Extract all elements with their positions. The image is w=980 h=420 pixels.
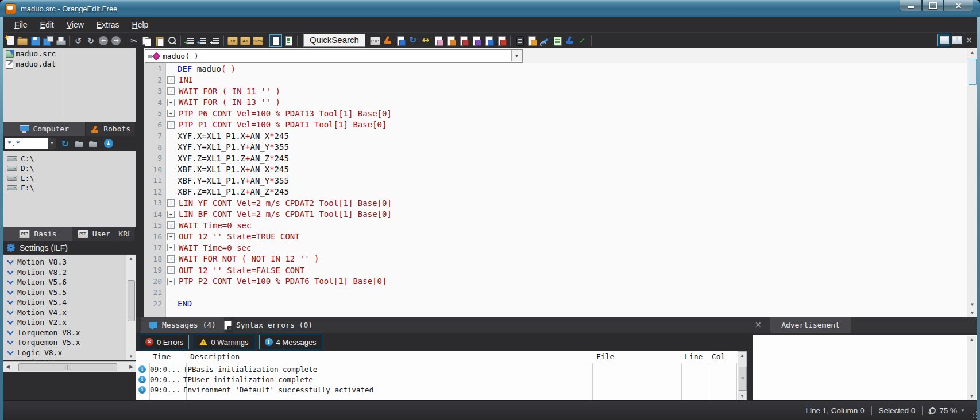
ilf-item[interactable]: Motion V8.2	[3, 267, 136, 278]
copy-icon[interactable]	[141, 35, 152, 46]
warnings-filter-button[interactable]: 0 Warnings	[194, 335, 254, 349]
insert-st-icon[interactable]	[470, 35, 482, 46]
tab-basis[interactable]: PTPBasis	[3, 227, 72, 241]
menu-help[interactable]: Help	[126, 18, 155, 31]
file-filter-combobox[interactable]: *.* ▼	[5, 138, 56, 149]
indent-icon[interactable]	[196, 35, 208, 46]
fold-marker-icon[interactable]: +	[167, 76, 175, 84]
ilf-item[interactable]: Motion V8.3	[3, 257, 136, 267]
fold-marker-icon[interactable]: +	[167, 266, 175, 274]
file-item[interactable]: maduo.src	[3, 48, 136, 59]
messages-scrollbar[interactable]: ▲ ≡ ▼	[738, 351, 747, 400]
insert-robot-pos-icon[interactable]	[382, 35, 393, 46]
fold-marker-icon[interactable]: +	[167, 278, 175, 285]
menu-view[interactable]: View	[60, 18, 90, 31]
insert-move-icon[interactable]	[445, 35, 457, 46]
drive-item[interactable]: E:\	[3, 173, 136, 183]
folder-up-icon[interactable]	[88, 138, 99, 149]
paste-icon[interactable]	[153, 35, 165, 46]
tab-robots[interactable]: Robots	[86, 122, 136, 136]
quicksearch-box[interactable]: QuickSearch	[303, 34, 365, 47]
drive-item[interactable]: F:\	[3, 183, 136, 193]
insert-edit-icon[interactable]	[496, 35, 507, 46]
ilf-item[interactable]: Torquemon V5.x	[3, 337, 136, 348]
errors-filter-button[interactable]: ✕ 0 Errors	[140, 335, 189, 349]
zoom-control[interactable]: 75 % ▼	[929, 406, 965, 415]
fold-marker-icon[interactable]: +	[167, 99, 175, 106]
fold-1x-icon[interactable]: 1x	[227, 35, 238, 46]
insert-ptp-icon[interactable]: PTP	[369, 35, 381, 46]
ilf-item[interactable]: Motion V2.x	[3, 317, 136, 328]
editor-scrollbar[interactable]: ▲ ▼ ▼	[967, 48, 977, 317]
ilf-item[interactable]: Motion V5.4	[3, 297, 136, 308]
code-editor[interactable]: 1DEF maduo( )2+INI3+WAIT FOR ( IN 11 '' …	[144, 63, 967, 317]
tab-messages[interactable]: Messages (4)	[141, 317, 224, 333]
save-all-icon[interactable]	[42, 35, 53, 46]
fold-marker-icon[interactable]: +	[167, 199, 175, 207]
tab-computer[interactable]: Computer	[3, 122, 86, 136]
save-icon[interactable]	[29, 35, 41, 46]
table-row[interactable]: i09:0...TPUser initialization complete	[136, 374, 747, 384]
insert-dat-icon[interactable]	[395, 35, 406, 46]
ilf-item[interactable]: Motion V4.x	[3, 308, 136, 318]
single-view-icon[interactable]	[270, 35, 281, 46]
syntax-check-icon[interactable]	[209, 35, 221, 46]
new-file-icon[interactable]	[4, 35, 16, 46]
download-icon[interactable]: ↓	[104, 139, 113, 148]
notepad-icon[interactable]	[551, 35, 563, 46]
sync-icon[interactable]: ↻	[407, 35, 419, 46]
ilf-item[interactable]: Logic V8.x	[3, 348, 136, 358]
doc-lines-icon[interactable]	[283, 35, 294, 46]
ilf-scrollbar[interactable]: ▲ ▼	[126, 255, 136, 360]
calculator-icon[interactable]	[514, 35, 525, 46]
fold-marker-icon[interactable]: +	[167, 87, 175, 95]
new-folder-icon[interactable]	[74, 138, 85, 149]
close-button[interactable]: ✕	[944, 0, 973, 11]
wizard-icon[interactable]	[526, 35, 538, 46]
table-row[interactable]: i09:0...Environment 'Default' successful…	[136, 384, 747, 395]
ilf-item[interactable]: Torquemon V8.x	[3, 328, 136, 338]
tools-icon[interactable]	[539, 35, 550, 46]
fold-marker-icon[interactable]: +	[167, 121, 175, 129]
table-row[interactable]: i09:0...TPBasis initialization complete	[136, 364, 747, 374]
exchange-icon[interactable]: ↔	[420, 35, 431, 46]
single-pane-icon[interactable]	[938, 34, 950, 46]
search-icon[interactable]	[166, 35, 178, 46]
insert-home-icon[interactable]	[458, 35, 469, 46]
open-file-icon[interactable]	[17, 35, 28, 46]
fold-sps-icon[interactable]: SPS	[252, 35, 264, 46]
ilf-item[interactable]: Motion V5.6	[3, 277, 136, 287]
fold-marker-icon[interactable]: +	[167, 211, 175, 218]
check-tools-icon[interactable]: ✓	[577, 35, 588, 46]
menu-extras[interactable]: Extras	[90, 18, 126, 31]
procedure-combobox[interactable]: maduo( ) ▼	[145, 49, 523, 63]
redo-icon[interactable]: ↻	[85, 35, 97, 46]
menu-file[interactable]: File	[8, 18, 34, 31]
fold-marker-icon[interactable]: +	[167, 110, 175, 117]
chevron-down-icon[interactable]: ▼	[511, 50, 522, 61]
ilf-item[interactable]: Motion V5.5	[3, 287, 136, 298]
split-pane-icon[interactable]	[951, 34, 962, 46]
tab-syntax-errors[interactable]: Syntax errors (0)	[216, 317, 321, 333]
messages-filter-button[interactable]: i 4 Messages	[259, 335, 322, 349]
fold-marker-icon[interactable]: +	[167, 255, 175, 263]
chevron-down-icon[interactable]: ▼	[48, 138, 56, 149]
forward-icon[interactable]: →	[110, 35, 122, 46]
tab-user[interactable]: PTPUser	[72, 227, 115, 241]
back-icon[interactable]: ←	[98, 35, 109, 46]
undo-icon[interactable]: ↺	[72, 35, 84, 46]
close-icon[interactable]: ✕	[755, 321, 762, 329]
advertisement-scrollbar[interactable]: ▲ ▼	[967, 336, 976, 400]
minimize-button[interactable]	[900, 0, 922, 11]
menu-edit[interactable]: Edit	[34, 18, 60, 31]
insert-cube-icon[interactable]	[433, 35, 444, 46]
maximize-button[interactable]	[922, 0, 944, 11]
file-item[interactable]: maduo.dat	[3, 59, 136, 69]
drive-item[interactable]: D:\	[3, 164, 136, 173]
drive-item[interactable]: C:\	[3, 154, 136, 164]
refresh-icon[interactable]: ↻	[60, 138, 71, 149]
sidebar-horizontal-scrollbar[interactable]: ◀ ||| ▶	[3, 361, 136, 372]
fold-marker-icon[interactable]: +	[167, 221, 175, 229]
fold-marker-icon[interactable]: +	[167, 244, 175, 251]
tab-krl[interactable]: KRL	[115, 227, 136, 241]
